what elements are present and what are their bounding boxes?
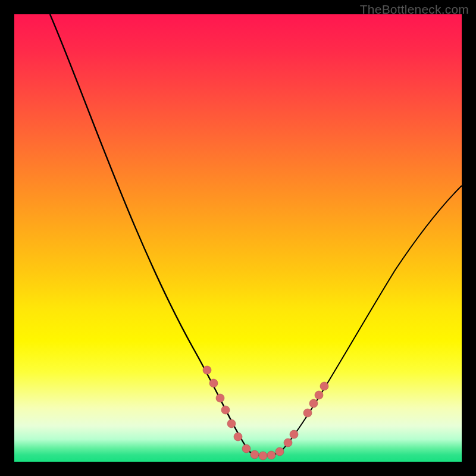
marker-dot [203, 366, 211, 374]
marker-dot [250, 450, 259, 459]
chart-frame: TheBottleneck.com [0, 0, 476, 476]
marker-dot [284, 439, 292, 447]
marker-dot [275, 447, 284, 456]
marker-dot [267, 451, 275, 459]
marker-dot [209, 379, 218, 387]
curve-layer [14, 14, 462, 462]
marker-dot [259, 452, 267, 460]
marker-dot [216, 394, 224, 402]
marker-dot [315, 391, 323, 399]
marker-group [203, 366, 328, 460]
marker-dot [309, 399, 318, 408]
marker-dot [303, 409, 312, 417]
marker-dot [320, 382, 328, 390]
marker-dot [227, 419, 236, 428]
marker-dot [234, 433, 242, 441]
marker-dot [290, 430, 298, 439]
marker-dot [242, 444, 250, 453]
marker-dot [221, 406, 230, 414]
curve-left-arm [50, 14, 249, 452]
watermark-text: TheBottleneck.com [360, 2, 469, 17]
plot-area [14, 14, 462, 462]
